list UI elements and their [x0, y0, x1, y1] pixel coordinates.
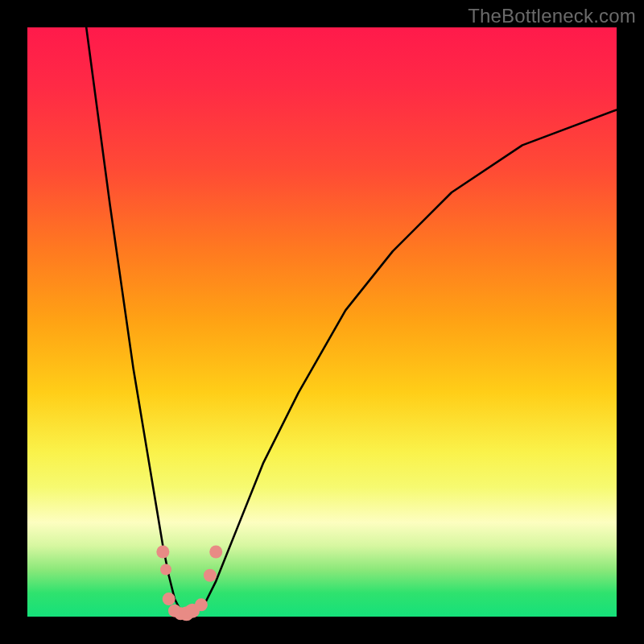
data-marker — [209, 545, 222, 558]
chart-frame: TheBottleneck.com — [0, 0, 644, 644]
plot-area — [27, 27, 617, 617]
data-marker — [204, 569, 217, 582]
curve-layer — [27, 27, 617, 617]
data-marker — [156, 545, 169, 558]
data-marker — [195, 598, 208, 611]
data-marker — [163, 592, 175, 605]
data-marker — [160, 564, 171, 575]
bottleneck-curve — [86, 27, 617, 617]
watermark-text: TheBottleneck.com — [468, 5, 636, 27]
